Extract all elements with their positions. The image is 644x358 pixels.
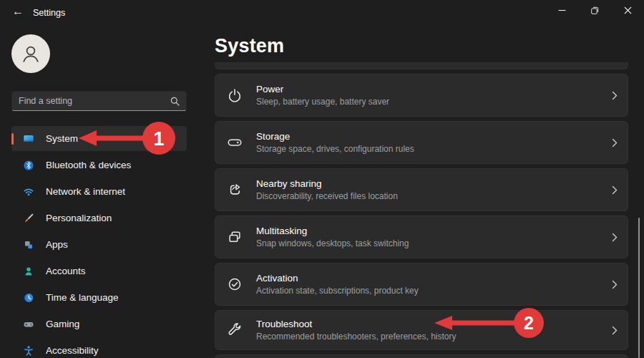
user-icon bbox=[19, 42, 42, 65]
arrow-left-icon: ← bbox=[12, 5, 24, 18]
apps-icon bbox=[23, 239, 34, 251]
chevron-right-icon bbox=[612, 233, 618, 242]
partial-row-top[interactable] bbox=[215, 62, 628, 69]
sidebar-item-accounts[interactable]: Accounts bbox=[11, 258, 187, 284]
sidebar-item-system[interactable]: System bbox=[11, 126, 187, 151]
minimize-icon bbox=[558, 6, 566, 14]
row-title: Troubleshoot bbox=[256, 319, 456, 329]
search-input[interactable] bbox=[19, 96, 170, 106]
system-icon bbox=[23, 133, 34, 145]
chevron-right-icon bbox=[612, 280, 618, 289]
titlebar: ← Settings bbox=[0, 0, 644, 21]
sidebar-item-label: Time & language bbox=[46, 292, 119, 303]
row-title: Activation bbox=[256, 273, 419, 284]
row-title: Multitasking bbox=[256, 226, 409, 236]
nearby-sharing-icon bbox=[227, 182, 243, 198]
restore-button[interactable] bbox=[578, 0, 611, 21]
multitasking-icon bbox=[227, 229, 243, 245]
sidebar-item-network-internet[interactable]: Network & internet bbox=[11, 179, 187, 204]
sidebar-item-label: Apps bbox=[46, 239, 68, 250]
row-title: Nearby sharing bbox=[256, 178, 398, 189]
chevron-right-icon bbox=[612, 91, 618, 100]
row-title: Storage bbox=[256, 131, 414, 142]
storage-icon bbox=[227, 135, 243, 150]
accessibility-icon bbox=[23, 345, 34, 357]
sidebar-item-personalization[interactable]: Personalization bbox=[11, 205, 187, 231]
sidebar-item-label: Network & internet bbox=[46, 186, 125, 197]
page-title: System bbox=[215, 35, 284, 57]
row-multitasking[interactable]: Multitasking Snap windows, desktops, tas… bbox=[215, 216, 628, 258]
personalization-icon bbox=[23, 213, 34, 224]
sidebar-item-label: Accessibility bbox=[46, 345, 99, 356]
chevron-right-icon bbox=[612, 185, 618, 195]
sidebar-nav: System Bluetooth & devices Network & int… bbox=[11, 126, 187, 358]
sidebar-item-time-language[interactable]: Time & language bbox=[11, 285, 187, 310]
bluetooth-icon bbox=[23, 160, 34, 171]
partial-row-bottom[interactable] bbox=[215, 354, 628, 358]
power-icon bbox=[227, 87, 243, 103]
sidebar-item-accessibility[interactable]: Accessibility bbox=[11, 338, 187, 358]
time-language-icon bbox=[23, 292, 34, 304]
row-troubleshoot[interactable]: Troubleshoot Recommended troubleshooters… bbox=[215, 310, 628, 350]
sidebar-item-label: Bluetooth & devices bbox=[46, 160, 131, 170]
row-storage[interactable]: Storage Storage space, drives, configura… bbox=[215, 121, 628, 164]
sidebar-item-label: System bbox=[46, 133, 78, 144]
close-icon bbox=[624, 6, 632, 14]
row-nearby-sharing[interactable]: Nearby sharing Discoverability, received… bbox=[215, 168, 628, 211]
search-icon bbox=[170, 97, 180, 106]
sidebar-item-label: Personalization bbox=[46, 213, 112, 223]
row-activation[interactable]: Activation Activation state, subscriptio… bbox=[215, 263, 628, 306]
network-icon bbox=[23, 186, 34, 198]
window-controls bbox=[545, 0, 644, 21]
row-subtitle: Storage space, drives, configuration rul… bbox=[256, 144, 414, 154]
minimize-button[interactable] bbox=[545, 0, 578, 21]
row-subtitle: Discoverability, received files location bbox=[256, 191, 398, 201]
row-subtitle: Activation state, subscriptions, product… bbox=[256, 286, 419, 296]
window-title: Settings bbox=[33, 8, 65, 18]
back-button[interactable]: ← bbox=[6, 2, 30, 21]
row-title: Power bbox=[256, 84, 389, 95]
vertical-scrollbar[interactable] bbox=[638, 218, 640, 358]
restore-icon bbox=[591, 6, 599, 14]
troubleshoot-icon bbox=[227, 322, 243, 338]
close-button[interactable] bbox=[611, 0, 644, 21]
search-box[interactable] bbox=[11, 91, 187, 111]
sidebar-item-label: Gaming bbox=[46, 319, 79, 329]
sidebar-item-gaming[interactable]: Gaming bbox=[11, 311, 187, 337]
activation-icon bbox=[227, 276, 243, 292]
row-subtitle: Recommended troubleshooters, preferences… bbox=[256, 332, 456, 342]
chevron-right-icon bbox=[612, 138, 618, 147]
sidebar-item-bluetooth-devices[interactable]: Bluetooth & devices bbox=[11, 153, 187, 178]
sidebar-item-label: Accounts bbox=[46, 266, 86, 276]
chevron-right-icon bbox=[612, 326, 618, 335]
accounts-icon bbox=[23, 266, 34, 277]
gaming-icon bbox=[23, 319, 34, 330]
row-subtitle: Sleep, battery usage, battery saver bbox=[256, 97, 389, 107]
sidebar-item-apps[interactable]: Apps bbox=[11, 232, 187, 257]
row-power[interactable]: Power Sleep, battery usage, battery save… bbox=[215, 74, 628, 117]
avatar[interactable] bbox=[11, 34, 50, 73]
row-subtitle: Snap windows, desktops, task switching bbox=[256, 238, 409, 248]
selected-accent-pill bbox=[11, 133, 14, 145]
